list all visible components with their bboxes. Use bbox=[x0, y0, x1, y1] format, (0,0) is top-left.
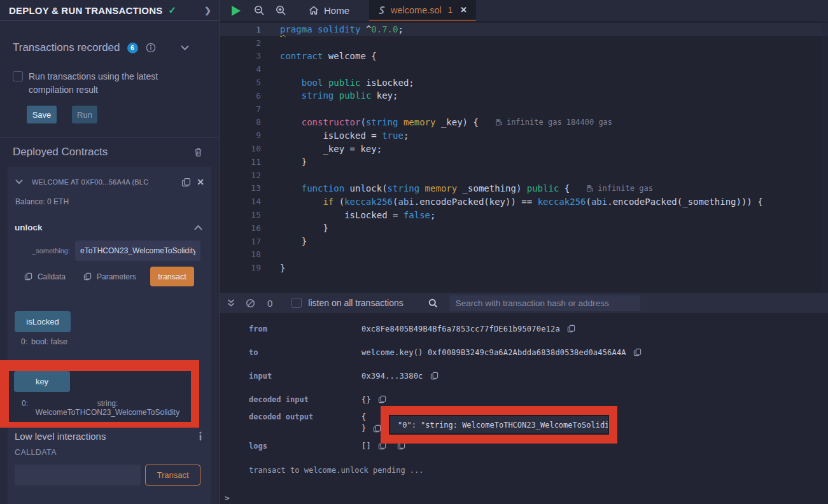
clear-console-icon[interactable] bbox=[246, 298, 255, 308]
line-number[interactable]: 8 bbox=[220, 117, 261, 127]
result-index: 0: bbox=[21, 337, 27, 346]
line-number[interactable]: 13 bbox=[220, 183, 261, 193]
line-content[interactable]: _key = key; bbox=[280, 144, 382, 154]
code-line[interactable]: 10 _key = key; bbox=[220, 142, 828, 155]
save-button[interactable]: Save bbox=[27, 106, 57, 123]
line-number[interactable]: 9 bbox=[220, 130, 261, 140]
line-content[interactable]: constructor(string memory _key) { bbox=[280, 117, 479, 127]
editor-scrollbar[interactable] bbox=[822, 21, 828, 293]
copy-calldata-control[interactable]: Calldata bbox=[24, 272, 66, 281]
run-latest-compilation-label: Run transactions using the latest compil… bbox=[29, 70, 180, 97]
code-line[interactable]: 18 bbox=[220, 248, 828, 262]
copy-icon[interactable] bbox=[378, 395, 386, 403]
chevron-down-icon[interactable] bbox=[181, 45, 189, 51]
code-line[interactable]: 2 bbox=[220, 36, 828, 50]
chevron-down-icon[interactable] bbox=[15, 179, 23, 185]
line-content[interactable]: bool public isLocked; bbox=[280, 78, 414, 88]
listen-all-transactions-checkbox[interactable] bbox=[291, 298, 302, 308]
run-script-play-icon[interactable] bbox=[232, 6, 241, 16]
line-number[interactable]: 19 bbox=[220, 263, 261, 272]
code-line[interactable]: 9 isLocked = true; bbox=[220, 129, 828, 142]
compile-success-check-icon: ✓ bbox=[168, 4, 176, 16]
run-latest-compilation-checkbox[interactable] bbox=[13, 71, 23, 81]
line-number[interactable]: 18 bbox=[220, 249, 261, 259]
terminal-search-input[interactable] bbox=[449, 295, 640, 311]
tab-home[interactable]: Home bbox=[302, 0, 356, 21]
line-content[interactable]: } bbox=[280, 223, 328, 233]
line-content[interactable]: pragma solidity ^0.7.0; bbox=[280, 24, 403, 34]
line-number[interactable]: 1 bbox=[220, 25, 261, 34]
line-number[interactable]: 6 bbox=[220, 91, 261, 101]
trash-icon[interactable] bbox=[193, 147, 203, 157]
line-content[interactable]: } bbox=[280, 236, 307, 246]
line-number[interactable]: 11 bbox=[220, 157, 261, 167]
contract-title: WELCOME AT 0XF00...56A4A (BLC bbox=[32, 178, 178, 186]
copy-icon[interactable] bbox=[24, 272, 32, 281]
code-line[interactable]: 4 bbox=[220, 62, 828, 76]
calldata-input[interactable] bbox=[15, 465, 141, 486]
copy-address-icon[interactable] bbox=[181, 178, 191, 187]
line-number[interactable]: 4 bbox=[220, 64, 261, 74]
zoom-out-icon[interactable] bbox=[254, 5, 265, 16]
code-line[interactable]: 19} bbox=[220, 261, 828, 274]
code-line[interactable]: 15 isLocked = false; bbox=[220, 208, 828, 221]
run-button[interactable]: Run bbox=[72, 106, 97, 123]
line-number[interactable]: 14 bbox=[220, 197, 261, 206]
line-number[interactable]: 7 bbox=[220, 104, 261, 114]
code-line[interactable]: 17 } bbox=[220, 235, 828, 248]
line-number[interactable]: 15 bbox=[220, 210, 261, 220]
copy-parameters-control[interactable]: Parameters bbox=[83, 272, 136, 281]
code-line[interactable]: 11 } bbox=[220, 155, 828, 169]
copy-icon[interactable] bbox=[633, 348, 642, 356]
tab-welcome-sol[interactable]: welcome.sol 1 ✕ bbox=[369, 0, 476, 21]
row-label: from bbox=[249, 325, 361, 333]
code-line[interactable]: 14 if (keccak256(abi.encodePacked(key)) … bbox=[220, 195, 828, 208]
code-line[interactable]: 12 bbox=[220, 169, 828, 182]
copy-icon[interactable] bbox=[83, 272, 92, 281]
home-icon bbox=[309, 6, 319, 15]
key-result-value: string: WelcomeToTHCON23_WelcomeToSolidi… bbox=[28, 399, 191, 417]
islocked-getter-button[interactable]: isLocked bbox=[15, 311, 71, 332]
contract-card-header[interactable]: WELCOME AT 0XF00...56A4A (BLC ✕ bbox=[8, 167, 211, 187]
transact-button[interactable]: transact bbox=[150, 267, 194, 286]
line-number[interactable]: 10 bbox=[220, 144, 261, 153]
terminal-toolbar: 0 listen on all transactions bbox=[220, 293, 828, 313]
info-icon[interactable] bbox=[146, 43, 156, 53]
line-content[interactable]: if (keccak256(abi.encodePacked(key)) == … bbox=[280, 197, 763, 207]
low-level-transact-button[interactable]: Transact bbox=[145, 465, 200, 486]
code-line[interactable]: 8 constructor(string memory _key) {infin… bbox=[220, 116, 828, 129]
code-editor[interactable]: 1pragma solidity ^0.7.0;23contract welco… bbox=[220, 21, 828, 293]
line-content[interactable]: isLocked = true; bbox=[280, 130, 409, 141]
line-content[interactable]: } bbox=[280, 157, 307, 167]
code-line[interactable]: 16 } bbox=[220, 221, 828, 235]
line-content[interactable]: contract welcome { bbox=[280, 51, 377, 61]
line-number[interactable]: 2 bbox=[220, 38, 261, 48]
key-getter-button[interactable]: key bbox=[14, 371, 70, 392]
line-content[interactable]: function unlock(string memory _something… bbox=[280, 183, 570, 193]
copy-icon[interactable] bbox=[430, 372, 439, 380]
code-line[interactable]: 3contract welcome { bbox=[220, 50, 828, 63]
code-line[interactable]: 13 function unlock(string memory _someth… bbox=[220, 182, 828, 195]
chevron-right-icon[interactable]: ❯ bbox=[204, 6, 211, 15]
remove-contract-icon[interactable]: ✕ bbox=[197, 177, 204, 187]
line-content[interactable]: } bbox=[280, 263, 285, 273]
line-content[interactable]: isLocked = false; bbox=[280, 210, 435, 220]
zoom-in-icon[interactable] bbox=[276, 5, 286, 16]
info-icon[interactable] bbox=[199, 431, 202, 441]
code-line[interactable]: 5 bool public isLocked; bbox=[220, 76, 828, 89]
copy-icon[interactable] bbox=[567, 325, 575, 333]
line-number[interactable]: 16 bbox=[220, 223, 261, 233]
expand-terminal-icon[interactable] bbox=[227, 299, 235, 307]
line-content[interactable]: string public key; bbox=[280, 90, 398, 101]
close-tab-icon[interactable]: ✕ bbox=[460, 5, 467, 15]
line-number[interactable]: 3 bbox=[220, 51, 261, 60]
code-line[interactable]: 7 bbox=[220, 102, 828, 116]
terminal-prompt[interactable]: > bbox=[225, 493, 230, 503]
line-number[interactable]: 12 bbox=[220, 171, 261, 180]
something-param-input[interactable] bbox=[75, 241, 200, 261]
line-number[interactable]: 5 bbox=[220, 78, 261, 87]
code-line[interactable]: 6 string public key; bbox=[220, 89, 828, 102]
line-number[interactable]: 17 bbox=[220, 237, 261, 246]
code-line[interactable]: 1pragma solidity ^0.7.0; bbox=[220, 23, 828, 36]
chevron-up-icon[interactable] bbox=[194, 225, 202, 230]
